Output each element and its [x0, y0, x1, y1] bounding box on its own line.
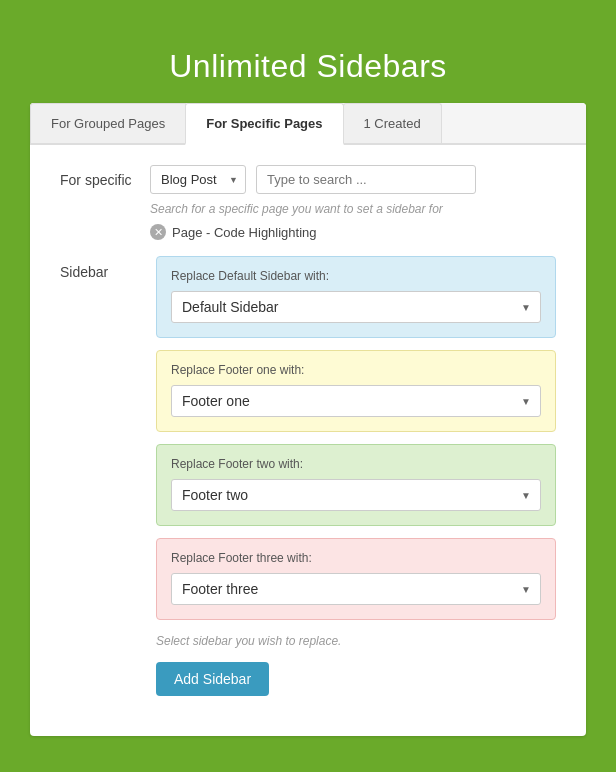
- page-title: Unlimited Sidebars: [30, 30, 586, 103]
- for-specific-label: For specific: [60, 172, 140, 188]
- type-select-wrapper: Blog Post Page Category: [150, 165, 246, 194]
- sidebar-boxes: Replace Default Sidebar with: Default Si…: [156, 256, 556, 620]
- footer-two-select[interactable]: Footer two: [171, 479, 541, 511]
- footer-three-select-wrapper: Footer three: [171, 573, 541, 605]
- tab-specific[interactable]: For Specific Pages: [185, 103, 343, 145]
- tabs-bar: For Grouped Pages For Specific Pages 1 C…: [30, 103, 586, 145]
- sidebar-box-footer-three: Replace Footer three with: Footer three: [156, 538, 556, 620]
- footer-one-select-wrapper: Footer one: [171, 385, 541, 417]
- sidebar-label: Sidebar: [60, 256, 140, 620]
- sidebar-section: Sidebar Replace Default Sidebar with: De…: [60, 256, 556, 620]
- footer-two-select-wrapper: Footer two: [171, 479, 541, 511]
- card: For Grouped Pages For Specific Pages 1 C…: [30, 103, 586, 736]
- footer-three-select[interactable]: Footer three: [171, 573, 541, 605]
- tab-grouped[interactable]: For Grouped Pages: [30, 103, 186, 143]
- type-select[interactable]: Blog Post Page Category: [150, 165, 246, 194]
- search-help-text: Search for a specific page you want to s…: [150, 202, 556, 216]
- outer-container: Unlimited Sidebars For Grouped Pages For…: [20, 20, 596, 756]
- add-sidebar-button[interactable]: Add Sidebar: [156, 662, 269, 696]
- sidebar-box-footer-one: Replace Footer one with: Footer one: [156, 350, 556, 432]
- sidebar-box-footer-two: Replace Footer two with: Footer two: [156, 444, 556, 526]
- sidebar-box-footer-one-label: Replace Footer one with:: [171, 363, 541, 377]
- sidebar-box-default: Replace Default Sidebar with: Default Si…: [156, 256, 556, 338]
- selected-page-text: Page - Code Highlighting: [172, 225, 317, 240]
- select-hint: Select sidebar you wish to replace.: [156, 634, 556, 648]
- search-input[interactable]: [256, 165, 476, 194]
- sidebar-box-footer-three-label: Replace Footer three with:: [171, 551, 541, 565]
- default-sidebar-select[interactable]: Default Sidebar: [171, 291, 541, 323]
- default-select-wrapper: Default Sidebar: [171, 291, 541, 323]
- sidebar-box-footer-two-label: Replace Footer two with:: [171, 457, 541, 471]
- footer-one-select[interactable]: Footer one: [171, 385, 541, 417]
- selected-page: ✕ Page - Code Highlighting: [150, 224, 556, 240]
- tab-created[interactable]: 1 Created: [343, 103, 442, 143]
- remove-page-icon[interactable]: ✕: [150, 224, 166, 240]
- for-specific-row: For specific Blog Post Page Category: [60, 165, 556, 194]
- card-body: For specific Blog Post Page Category Sea…: [30, 145, 586, 716]
- sidebar-box-default-label: Replace Default Sidebar with:: [171, 269, 541, 283]
